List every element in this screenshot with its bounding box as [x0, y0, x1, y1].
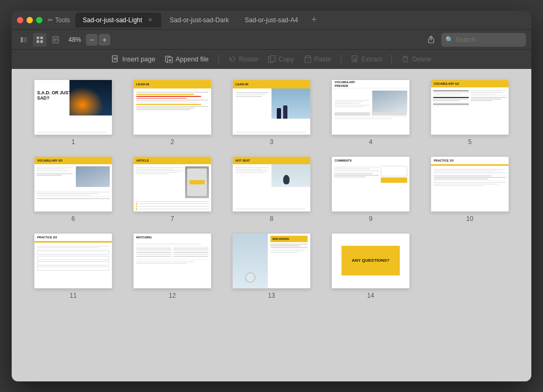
pages-grid: S.A.D. OR JUST SAD? 1 LEAD-IN [28, 79, 515, 299]
page-thumbnail[interactable]: ANY QUESTIONS? [331, 233, 410, 289]
list-item[interactable]: LEAD-IN [127, 79, 218, 146]
page-number: 3 [270, 138, 274, 146]
insert-page-button[interactable]: Insert page [111, 55, 155, 63]
grid-view-button[interactable] [33, 33, 47, 47]
tab-bar: Sad-or-just-sad-Light ✕ Sad-or-just-sad-… [75, 13, 526, 28]
tools-label: ✂ Tools [48, 16, 70, 24]
page-thumbnail[interactable]: PRACTICE 1/3 [431, 156, 509, 212]
title-bar: ✂ Tools Sad-or-just-sad-Light ✕ Sad-or-j… [12, 11, 531, 30]
page-number: 9 [369, 215, 373, 222]
sidebar-toggle-button[interactable] [17, 33, 31, 47]
page-number: 1 [72, 138, 75, 146]
page-thumbnail[interactable]: PRACTICE 2/3 [34, 233, 112, 289]
page-thumbnail[interactable]: VOCABULARY 1/2 [431, 79, 509, 135]
list-item[interactable]: ARTICLE [127, 156, 218, 222]
page-thumbnail[interactable]: DISCUSSION [232, 233, 311, 289]
page-thumbnail[interactable]: VOCABULARYPREVIEW [331, 79, 410, 135]
traffic-lights [17, 17, 42, 23]
action-separator-2 [341, 55, 341, 64]
tab-close-icon[interactable]: ✕ [146, 16, 154, 24]
tab-sad-a4[interactable]: Sad-or-just-sad-A4 [237, 13, 305, 28]
tab-sad-dark[interactable]: Sad-or-just-sad-Dark [162, 13, 236, 28]
action-bar: Insert page Append file Rotate Co [12, 50, 531, 69]
app-window: ✂ Tools Sad-or-just-sad-Light ✕ Sad-or-j… [12, 11, 531, 381]
page-view-button[interactable] [49, 33, 63, 47]
action-separator-1 [218, 55, 219, 64]
rotate-button[interactable]: Rotate [229, 55, 259, 63]
zoom-out-button[interactable]: − [86, 34, 98, 46]
page-number: 14 [367, 292, 374, 299]
extract-button[interactable]: Extract [351, 55, 382, 63]
scissors-icon: ✂ [48, 16, 53, 24]
page-thumbnail[interactable]: COMMENTS [331, 156, 410, 212]
close-button[interactable] [17, 17, 23, 23]
minimize-button[interactable] [27, 17, 33, 23]
list-item[interactable]: MATCHING [127, 233, 218, 299]
svg-rect-0 [21, 37, 23, 42]
page-thumbnail[interactable]: ARTICLE [133, 156, 212, 212]
page-number: 12 [169, 292, 176, 299]
list-item[interactable]: VOCABULARYPREVIEW [325, 79, 416, 146]
search-box[interactable]: 🔍 [441, 33, 526, 47]
list-item[interactable]: S.A.D. OR JUST SAD? 1 [28, 79, 119, 146]
search-icon: 🔍 [445, 36, 453, 43]
page-number: 13 [268, 292, 275, 299]
svg-rect-1 [23, 37, 27, 42]
svg-rect-21 [306, 56, 310, 58]
add-tab-button[interactable]: + [306, 13, 321, 28]
tab-sad-light[interactable]: Sad-or-just-sad-Light ✕ [75, 13, 161, 28]
page-thumbnail[interactable]: MATCHING [133, 233, 212, 289]
svg-rect-5 [40, 40, 43, 43]
svg-rect-3 [40, 37, 43, 39]
page-thumbnail[interactable]: VOCABULARY 2/3 [34, 156, 112, 212]
page-thumbnail[interactable]: S.A.D. OR JUST SAD? [34, 79, 112, 135]
zoom-in-button[interactable]: + [99, 34, 110, 46]
svg-rect-4 [37, 40, 39, 43]
list-item[interactable]: PRACTICE 2/3 11 [28, 233, 119, 299]
svg-rect-2 [37, 37, 39, 39]
toolbar: 48% − + 🔍 [12, 30, 531, 50]
page-number: 10 [466, 215, 473, 222]
append-file-button[interactable]: Append file [165, 55, 209, 63]
share-button[interactable] [424, 33, 438, 47]
page-thumbnail[interactable]: LEAD-IN [232, 79, 311, 135]
page-number: 2 [171, 138, 174, 146]
maximize-button[interactable] [36, 17, 42, 23]
list-item[interactable]: VOCABULARY 2/3 [28, 156, 119, 222]
list-item[interactable]: PRACTICE 1/3 [424, 156, 515, 222]
zoom-value: 48% [65, 36, 85, 43]
list-item[interactable]: ANY QUESTIONS? 14 [325, 233, 416, 299]
action-separator-3 [391, 55, 392, 64]
list-item[interactable]: DISCUSSION 13 [226, 233, 317, 299]
delete-button[interactable]: Delete [401, 55, 431, 63]
list-item[interactable]: HOT SEAT 8 [226, 156, 317, 222]
toolbar-right: 🔍 [424, 33, 526, 47]
list-item[interactable]: VOCABULARY 1/2 [424, 79, 515, 146]
zoom-control: 48% − + [65, 34, 110, 46]
copy-button[interactable]: Copy [268, 55, 294, 63]
svg-rect-19 [270, 56, 275, 61]
list-item[interactable]: COMMENTS [325, 156, 416, 222]
search-input[interactable] [456, 36, 522, 43]
page-thumbnail[interactable]: LEAD-IN [133, 79, 212, 135]
page-number: 6 [72, 215, 75, 222]
list-item[interactable]: LEAD-IN [226, 79, 317, 146]
page-thumbnail[interactable]: HOT SEAT [232, 156, 311, 212]
main-content: S.A.D. OR JUST SAD? 1 LEAD-IN [12, 69, 531, 381]
page-number: 8 [270, 215, 274, 222]
paste-button[interactable]: Paste [304, 55, 331, 63]
page-number: 5 [468, 138, 472, 146]
page-number: 4 [369, 138, 373, 146]
page-number: 11 [69, 292, 76, 299]
toolbar-left: 48% − + [17, 33, 110, 47]
page-number: 7 [171, 215, 174, 222]
